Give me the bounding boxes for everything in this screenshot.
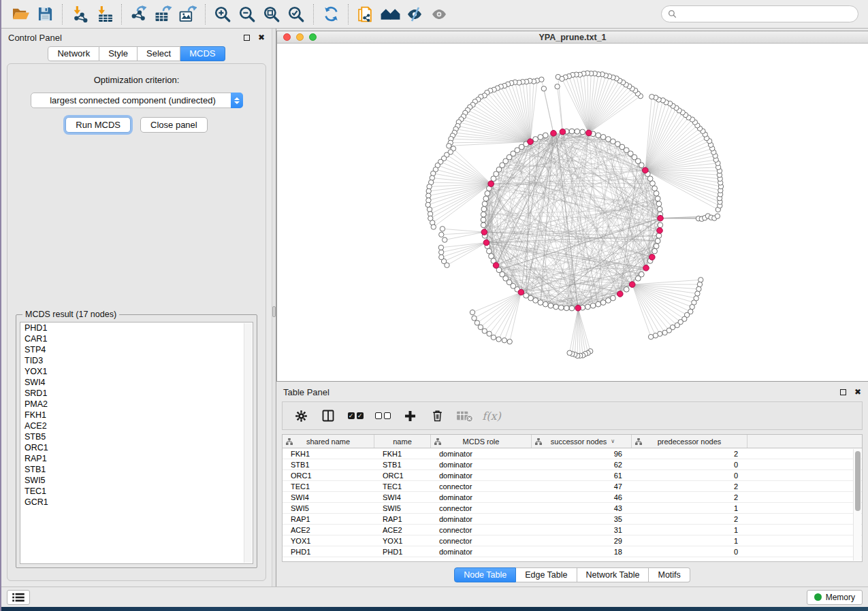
table-row[interactable]: SWI4SWI4dominator462	[283, 492, 862, 503]
node-table-body: FKH1FKH1dominator962STB1STB1dominator620…	[283, 448, 862, 557]
export-table-button[interactable]	[151, 3, 176, 25]
close-window-icon[interactable]	[283, 33, 291, 41]
mcds-result-item[interactable]: SWI4	[20, 377, 253, 388]
mcds-result-item[interactable]: SWI5	[20, 475, 253, 486]
tab-mcds[interactable]: MCDS	[180, 46, 225, 61]
zoom-in-button[interactable]	[210, 3, 235, 25]
tab-style[interactable]: Style	[99, 46, 138, 61]
show-all-button[interactable]	[427, 3, 451, 25]
delete-column-button[interactable]	[427, 406, 447, 426]
mcds-result-item[interactable]: STP4	[20, 344, 253, 355]
mcds-result-item[interactable]: GCR1	[20, 497, 253, 508]
network-canvas[interactable]	[277, 44, 868, 381]
hide-selected-button[interactable]	[402, 3, 427, 25]
table-row[interactable]: PHD1PHD1dominator180	[283, 546, 862, 557]
mcds-result-item[interactable]: SRD1	[20, 388, 253, 399]
eye-icon	[430, 6, 448, 22]
mcds-result-item[interactable]: CAR1	[20, 333, 253, 344]
zoom-out-icon	[238, 5, 256, 23]
memory-button[interactable]: Memory	[807, 590, 863, 605]
task-history-button[interactable]	[7, 590, 30, 605]
optimization-criterion-dropdown[interactable]: largest connected component (undirected)	[31, 93, 243, 108]
table-row[interactable]: ORC1ORC1dominator610	[283, 470, 862, 481]
table-row[interactable]: STB1STB1dominator620	[283, 459, 862, 470]
tab-select[interactable]: Select	[138, 46, 180, 61]
table-scrollbar[interactable]	[853, 449, 861, 561]
mcds-result-item[interactable]: RAP1	[20, 453, 253, 464]
column-header-label: predecessor nodes	[655, 437, 724, 446]
tab-network[interactable]: Network	[48, 46, 99, 61]
table-cell: SWI4	[374, 493, 431, 501]
zoom-fit-button[interactable]	[259, 3, 284, 25]
open-file-button[interactable]	[8, 3, 33, 25]
table-row[interactable]: RAP1RAP1dominator352	[283, 514, 862, 525]
refresh-layout-button[interactable]	[319, 3, 343, 25]
result-list-scrollbar[interactable]	[244, 323, 252, 563]
mcds-result-item[interactable]: ACE2	[20, 420, 253, 431]
import-table-button[interactable]	[92, 3, 116, 25]
import-network-button[interactable]	[67, 3, 92, 25]
close-panel-icon[interactable]: ✖	[258, 33, 265, 42]
table-row[interactable]: ACE2ACE2connector311	[283, 525, 862, 535]
deselect-all-rows-button[interactable]	[372, 406, 393, 426]
tab-network-table[interactable]: Network Table	[577, 567, 649, 582]
panel-splitter[interactable]	[272, 29, 276, 587]
float-table-panel-icon[interactable]	[840, 389, 846, 395]
search-input[interactable]	[680, 10, 852, 19]
tab-edge-table[interactable]: Edge Table	[516, 567, 577, 582]
column-header-predecessor-nodes[interactable]: predecessor nodes	[632, 435, 748, 448]
table-options-button[interactable]	[291, 406, 311, 426]
column-header-name[interactable]: name	[374, 435, 431, 448]
network-window-titlebar[interactable]: YPA_prune.txt_1	[277, 31, 868, 44]
mcds-result-item[interactable]: YOX1	[20, 366, 253, 377]
search-field[interactable]	[661, 5, 858, 22]
zoom-selected-button[interactable]	[284, 3, 308, 25]
save-session-button[interactable]	[33, 3, 57, 25]
mcds-result-item[interactable]: STB5	[20, 431, 253, 442]
mcds-result-item[interactable]: TEC1	[20, 486, 253, 497]
export-network-button[interactable]	[127, 3, 151, 25]
tab-motifs[interactable]: Motifs	[649, 567, 690, 582]
table-cell: 62	[532, 461, 632, 469]
status-bar: Memory	[1, 587, 868, 607]
mcds-result-item[interactable]: PMA2	[20, 399, 253, 410]
mcds-result-item[interactable]: ORC1	[20, 442, 253, 453]
column-header-successor-nodes[interactable]: successor nodes∨	[532, 435, 632, 448]
column-header-MCDS-role[interactable]: MCDS role	[431, 435, 532, 448]
close-table-panel-icon[interactable]: ✖	[854, 388, 861, 396]
minimize-window-icon[interactable]	[296, 33, 304, 41]
tab-node-table[interactable]: Node Table	[454, 567, 516, 582]
table-row[interactable]: SWI5SWI5connector431	[283, 503, 862, 514]
mcds-result-group: MCDS result (17 nodes) PHD1CAR1STP4TID3Y…	[16, 314, 257, 568]
float-panel-icon[interactable]	[244, 35, 250, 41]
maximize-window-icon[interactable]	[309, 33, 317, 41]
mcds-result-list[interactable]: PHD1CAR1STP4TID3YOX1SWI4SRD1PMA2FKH1ACE2…	[20, 322, 253, 564]
table-scrollbar-thumb[interactable]	[855, 451, 861, 511]
toggle-column-view-button[interactable]	[318, 406, 338, 426]
table-row[interactable]: TEC1TEC1connector472	[283, 481, 862, 492]
import-table-icon	[96, 5, 113, 22]
mcds-result-item[interactable]: TID3	[20, 355, 253, 366]
table-row[interactable]: FKH1FKH1dominator962	[283, 448, 862, 459]
network-graph[interactable]	[277, 44, 866, 381]
delete-table-button[interactable]	[454, 406, 475, 426]
function-builder-button[interactable]: f(x)	[481, 406, 502, 426]
mcds-result-item[interactable]: STB1	[20, 464, 253, 475]
select-all-rows-button[interactable]: ✓✓	[345, 406, 366, 426]
table-cell: SWI5	[374, 504, 431, 512]
first-neighbors-button[interactable]	[378, 3, 402, 25]
export-image-button[interactable]	[176, 3, 200, 25]
zoom-out-button[interactable]	[235, 3, 259, 25]
mcds-result-item[interactable]: FKH1	[20, 410, 253, 420]
splitter-grip-icon[interactable]	[272, 306, 276, 317]
list-icon	[12, 593, 25, 602]
houses-icon	[381, 6, 400, 22]
mcds-result-item[interactable]: PHD1	[20, 323, 253, 333]
column-header-shared-name[interactable]: shared name	[283, 435, 374, 448]
close-panel-button[interactable]: Close panel	[140, 117, 208, 133]
table-row[interactable]: YOX1YOX1connector291	[283, 535, 862, 546]
run-mcds-button[interactable]: Run MCDS	[65, 117, 131, 133]
fx-icon: f(x)	[482, 410, 500, 423]
clone-network-button[interactable]	[353, 3, 378, 25]
add-column-button[interactable]	[400, 406, 420, 426]
